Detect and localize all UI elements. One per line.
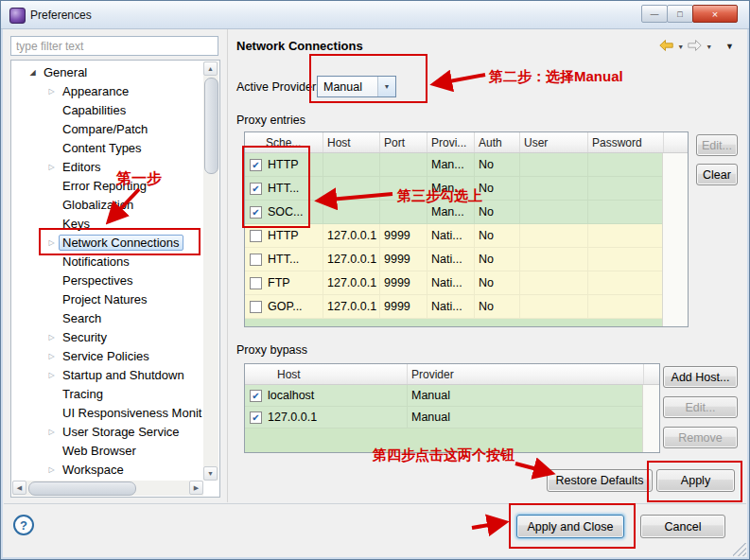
tree-item-startup-and-shutdown[interactable]: ▷Startup and Shutdown [12, 365, 203, 384]
tree-item-editors[interactable]: ▷Editors [12, 157, 203, 176]
forward-menu-caret-icon[interactable]: ▼ [706, 44, 712, 50]
tree-item-notifications[interactable]: Notifications [12, 252, 203, 271]
expand-arrow-icon[interactable]: ▷ [44, 333, 59, 341]
expand-arrow-icon[interactable]: ▷ [44, 371, 59, 379]
horizontal-scroll-thumb[interactable] [28, 481, 136, 496]
annotation-step3-text: 第三步勾选上 [397, 187, 482, 205]
column-header-password[interactable]: Password [588, 132, 664, 152]
expand-arrow-icon[interactable]: ▷ [44, 352, 59, 360]
table-row[interactable]: ✔127.0.0.1Manual [245, 407, 659, 429]
vertical-scroll-thumb[interactable] [204, 78, 218, 174]
tree-item-security[interactable]: ▷Security [12, 327, 203, 346]
column-header-auth[interactable]: Auth [475, 132, 520, 152]
checkbox-checked-icon[interactable]: ✔ [250, 159, 262, 171]
table-row[interactable]: HTTP127.0.0.19999Nati...No [245, 224, 688, 248]
active-provider-select[interactable]: Manual ▼ [317, 76, 396, 97]
restore-defaults-button[interactable]: Restore Defaults [547, 469, 653, 492]
remove-button[interactable]: Remove [663, 427, 738, 448]
table-row[interactable]: GOP...127.0.0.19999Nati...No [245, 295, 688, 319]
checkbox-unchecked-icon[interactable] [250, 254, 262, 266]
checkbox-checked-icon[interactable]: ✔ [250, 206, 262, 219]
apply-and-close-button[interactable]: Apply and Close [516, 515, 624, 538]
table-row[interactable]: ✔HTTPMan...No [245, 153, 688, 177]
expand-arrow-icon[interactable]: ▷ [44, 428, 59, 436]
expand-arrow-icon[interactable]: ▷ [44, 465, 59, 474]
expand-arrow-icon[interactable]: ▷ [44, 238, 59, 247]
scroll-up-icon[interactable]: ▲ [203, 61, 218, 76]
tree-item-compare-patch[interactable]: Compare/Patch [12, 119, 203, 138]
tree-item-general[interactable]: ◢General [12, 62, 203, 81]
proxy-entries-clear-button[interactable]: Clear [696, 164, 738, 185]
column-header-provi[interactable]: Provi... [427, 132, 475, 152]
column-header-sche[interactable]: Sche... [245, 132, 323, 152]
tree-vertical-scrollbar[interactable]: ▲ ▼ [203, 61, 218, 481]
tree-item-network-connections[interactable]: ▷Network Connections [12, 233, 203, 252]
checkbox-unchecked-icon[interactable] [250, 301, 262, 313]
checkbox-checked-icon[interactable]: ✔ [250, 390, 262, 402]
tree-item-search[interactable]: Search [12, 308, 203, 327]
tree-item-error-reporting[interactable]: Error Reporting [12, 176, 203, 195]
column-header-port[interactable]: Port [380, 132, 427, 152]
cell-password [588, 271, 664, 294]
tree-item-globalization[interactable]: Globalization [12, 195, 203, 214]
cell-user [520, 201, 588, 223]
panel-divider[interactable] [227, 29, 228, 502]
tree-item-workspace[interactable]: ▷Workspace [12, 460, 203, 479]
chevron-down-icon[interactable]: ▼ [377, 77, 395, 96]
back-menu-caret-icon[interactable]: ▼ [677, 44, 684, 50]
tree-item-web-browser[interactable]: Web Browser [12, 441, 203, 460]
column-header-provider[interactable]: Provider [408, 364, 644, 384]
tree-horizontal-scrollbar[interactable]: ◀ ▶ [12, 481, 203, 496]
minimize-button[interactable]: — [641, 5, 668, 23]
checkbox-unchecked-icon[interactable] [250, 230, 262, 242]
proxy-entries-label: Proxy entries [236, 114, 305, 127]
table-row[interactable]: ✔localhostManual [245, 385, 659, 407]
column-header-host[interactable]: Host [323, 132, 380, 152]
proxy-bypass-table: HostProvider ✔localhostManual✔127.0.0.1M… [244, 363, 660, 453]
cell-host [323, 177, 380, 200]
proxy-bypass-body: ✔localhostManual✔127.0.0.1Manual [245, 385, 659, 429]
resize-grip[interactable] [733, 543, 746, 556]
scroll-right-icon[interactable]: ▶ [189, 481, 203, 495]
tree-item-ui-responsiveness-monit[interactable]: UI Responsiveness Monit [12, 403, 203, 422]
expand-arrow-icon[interactable]: ▷ [44, 163, 59, 171]
forward-arrow-icon[interactable] [688, 38, 702, 55]
expand-arrow-icon[interactable]: ▷ [44, 87, 59, 96]
page-title: Network Connections [236, 39, 363, 53]
tree-item-perspectives[interactable]: Perspectives [12, 271, 203, 289]
table-row[interactable]: HTT...127.0.0.19999Nati...No [245, 248, 688, 271]
cell-text: FTP [268, 276, 290, 289]
cell-text: HTT... [268, 182, 299, 195]
table-row[interactable]: FTP127.0.0.19999Nati...No [245, 271, 688, 295]
add-host-button[interactable]: Add Host... [663, 366, 738, 388]
tree-item-content-types[interactable]: Content Types [12, 138, 203, 157]
tree-item-label: Notifications [59, 254, 133, 270]
close-button[interactable]: × [692, 5, 738, 23]
tree-item-project-natures[interactable]: Project Natures [12, 289, 203, 308]
cancel-button[interactable]: Cancel [640, 515, 725, 538]
tree-item-service-policies[interactable]: ▷Service Policies [12, 346, 203, 365]
column-header-user[interactable]: User [520, 132, 588, 152]
column-header-host[interactable]: Host [245, 364, 408, 384]
back-arrow-icon[interactable] [659, 38, 673, 55]
tree-item-label: Service Policies [59, 348, 153, 364]
scroll-left-icon[interactable]: ◀ [12, 481, 26, 495]
tree-item-keys[interactable]: Keys [12, 214, 203, 233]
maximize-button[interactable]: □ [667, 5, 693, 23]
cell-host: 127.0.0.1 [323, 224, 380, 247]
filter-input[interactable] [10, 36, 218, 56]
tree-item-appearance[interactable]: ▷Appearance [12, 81, 203, 100]
tree-item-tracing[interactable]: Tracing [12, 384, 203, 403]
checkbox-unchecked-icon[interactable] [250, 277, 262, 289]
collapse-arrow-icon[interactable]: ◢ [26, 68, 40, 77]
proxy-entries-edit-button[interactable]: Edit... [696, 134, 738, 156]
view-menu-icon[interactable]: ▼ [725, 42, 734, 51]
tree-item-capabilities[interactable]: Capabilities [12, 100, 203, 119]
checkbox-checked-icon[interactable]: ✔ [250, 183, 262, 195]
tree-item-user-storage-service[interactable]: ▷User Storage Service [12, 422, 203, 441]
apply-button[interactable]: Apply [656, 469, 735, 492]
help-button[interactable]: ? [13, 515, 34, 535]
scroll-down-icon[interactable]: ▼ [203, 466, 218, 481]
checkbox-checked-icon[interactable]: ✔ [250, 411, 262, 424]
proxy-bypass-edit-button[interactable]: Edit... [663, 396, 738, 418]
